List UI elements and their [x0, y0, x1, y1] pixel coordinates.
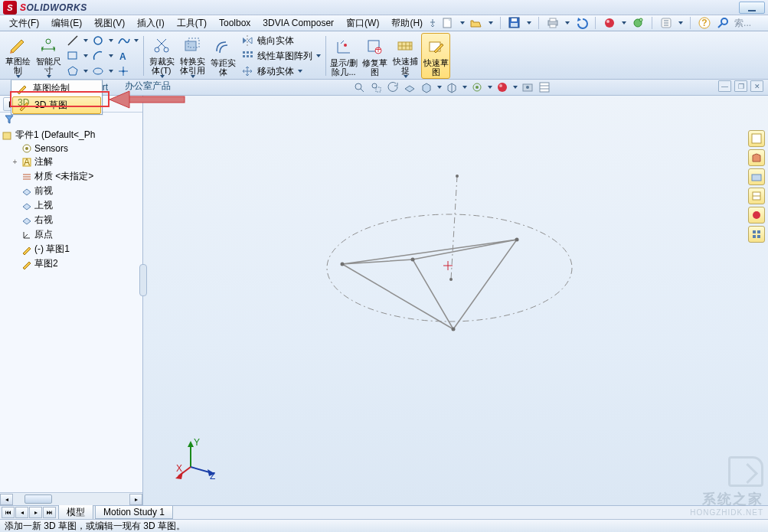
menu-toolbox[interactable]: Toolbox — [213, 16, 257, 30]
tree-root[interactable]: 零件1 (Default<_Ph — [0, 128, 142, 142]
dropdown-icon[interactable] — [83, 70, 88, 73]
options-button[interactable] — [659, 16, 673, 30]
mirror-label[interactable]: 镜向实体 — [257, 34, 294, 47]
ribbon-display[interactable]: 显示/删除几... — [329, 33, 358, 79]
tree-top[interactable]: 上视 — [0, 198, 142, 213]
doc-min-icon[interactable]: — — [718, 80, 731, 92]
rect-icon[interactable] — [66, 49, 80, 63]
scroll-right-icon[interactable]: ▸ — [129, 494, 142, 505]
taskpane-appear-icon[interactable] — [748, 207, 765, 224]
dropdown-icon[interactable] — [489, 21, 493, 24]
scroll-left-icon[interactable]: ◂ — [0, 494, 13, 505]
tab-motion[interactable]: Motion Study 1 — [95, 506, 173, 519]
search-button[interactable] — [716, 16, 730, 30]
menu-window[interactable]: 窗口(W) — [340, 15, 385, 31]
dropdown-icon[interactable] — [460, 21, 465, 24]
menu-insert[interactable]: 插入(I) — [131, 15, 170, 31]
pattern-icon[interactable] — [240, 49, 254, 63]
taskpane-custom-icon[interactable] — [748, 226, 765, 243]
tab-office[interactable]: 办公室产品 — [116, 77, 179, 95]
ribbon-rapidsketch[interactable]: 快速草图 — [421, 33, 450, 79]
panel-hscroll[interactable]: ◂ ▸ — [0, 492, 142, 505]
ribbon-repair[interactable]: + 修复草图 — [360, 33, 389, 79]
render-icon[interactable] — [521, 80, 534, 94]
menu-tools[interactable]: 工具(T) — [171, 15, 213, 31]
menu-help[interactable]: 帮助(H) — [385, 15, 429, 31]
tab-nav-last-icon[interactable]: ⏭ — [43, 507, 56, 518]
tree-material[interactable]: 材质 <未指定> — [0, 169, 142, 184]
display-style-icon[interactable] — [445, 80, 459, 94]
tree-right[interactable]: 右视 — [0, 213, 142, 227]
ribbon-quicksnap[interactable]: 快速捕捉 — [391, 33, 420, 79]
tree-sketch2[interactable]: 草图2 — [0, 256, 142, 271]
tree-sensors[interactable]: Sensors — [0, 142, 142, 155]
ribbon-trim[interactable]: 剪裁实体(T) — [147, 33, 176, 79]
print-button[interactable] — [546, 16, 560, 30]
tree-front[interactable]: 前视 — [0, 184, 142, 198]
scene-icon[interactable] — [495, 80, 509, 94]
ribbon-smartdim[interactable]: 智能尺寸 — [34, 33, 63, 79]
line-icon[interactable] — [66, 34, 80, 47]
zoom-fit-icon[interactable] — [352, 80, 366, 94]
zoom-area-icon[interactable] — [369, 80, 383, 94]
tab-model[interactable]: 模型 — [58, 505, 93, 521]
help-icon[interactable]: ? — [698, 16, 711, 30]
arc-icon[interactable] — [91, 49, 105, 63]
pattern-label[interactable]: 线性草图阵列 — [257, 50, 312, 63]
dropdown-icon[interactable] — [565, 21, 570, 24]
dropdown-icon[interactable] — [678, 21, 683, 24]
section-icon[interactable] — [403, 80, 417, 94]
ribbon-sketch[interactable]: 草图绘制 — [3, 33, 32, 79]
dropdown-icon[interactable] — [527, 21, 531, 24]
new-button[interactable] — [441, 16, 455, 30]
dropdown-icon[interactable] — [134, 39, 139, 42]
taskpane-resources-icon[interactable] — [748, 130, 765, 147]
dropdown-icon[interactable] — [109, 54, 113, 57]
tab-nav-prev-icon[interactable]: ◂ — [15, 507, 28, 518]
circle-icon[interactable] — [91, 34, 105, 47]
ribbon-convert[interactable]: 转换实体引用 — [178, 33, 207, 79]
save-button[interactable] — [508, 16, 521, 30]
tree-origin[interactable]: 原点 — [0, 227, 142, 242]
prev-view-icon[interactable] — [386, 80, 400, 94]
move-icon[interactable] — [240, 64, 254, 78]
doc-close-icon[interactable]: ✕ — [750, 80, 763, 92]
ellipse-icon[interactable] — [91, 64, 105, 78]
rebuild-button[interactable] — [631, 16, 645, 30]
graphics-area[interactable]: Y Z X — [143, 96, 768, 505]
dropdown-icon[interactable] — [622, 21, 626, 24]
dropdown-icon[interactable] — [109, 39, 113, 42]
taskpane-library-icon[interactable] — [748, 149, 765, 166]
tab-nav-first-icon[interactable]: ⏮ — [2, 507, 15, 518]
mirror-icon[interactable] — [240, 34, 254, 47]
tree-sketch1[interactable]: (-) 草图1 — [0, 242, 142, 256]
polygon-icon[interactable] — [66, 64, 80, 78]
undo-button[interactable] — [574, 16, 588, 30]
move-label[interactable]: 移动实体 — [257, 65, 294, 78]
doc-rest-icon[interactable]: ❐ — [734, 80, 747, 92]
tab-nav-next-icon[interactable]: ▸ — [29, 507, 42, 518]
menu-edit[interactable]: 编辑(E) — [45, 15, 88, 31]
appearance-button[interactable] — [603, 16, 616, 30]
settings-tool-icon[interactable] — [538, 80, 551, 94]
menu-file[interactable]: 文件(F) — [3, 15, 45, 31]
hide-show-icon[interactable] — [470, 80, 484, 94]
tree-annotations[interactable]: +A注解 — [0, 155, 142, 169]
text-icon[interactable]: A — [116, 49, 130, 63]
taskpane-palette-icon[interactable] — [748, 188, 765, 204]
dropdown-item-3dsketch[interactable]: 3D 3D 草图 — [12, 96, 101, 114]
spline-icon[interactable] — [116, 34, 130, 47]
taskpane-explorer-icon[interactable] — [748, 168, 765, 185]
menu-3dvia[interactable]: 3DVIA Composer — [257, 16, 340, 30]
scroll-thumb[interactable] — [25, 494, 52, 504]
dropdown-icon[interactable] — [109, 70, 113, 73]
titlebar-min-icon[interactable] — [739, 2, 765, 14]
dropdown-icon[interactable] — [83, 54, 88, 57]
ribbon-offset[interactable]: 等距实体 — [208, 33, 237, 79]
view-orient-icon[interactable] — [420, 80, 433, 94]
menu-view[interactable]: 视图(V) — [88, 15, 131, 31]
dropdown-item-sketch[interactable]: 草图绘制 — [11, 80, 102, 96]
open-button[interactable] — [469, 16, 483, 30]
dropdown-icon[interactable] — [83, 39, 88, 42]
pin-icon[interactable] — [429, 19, 436, 27]
